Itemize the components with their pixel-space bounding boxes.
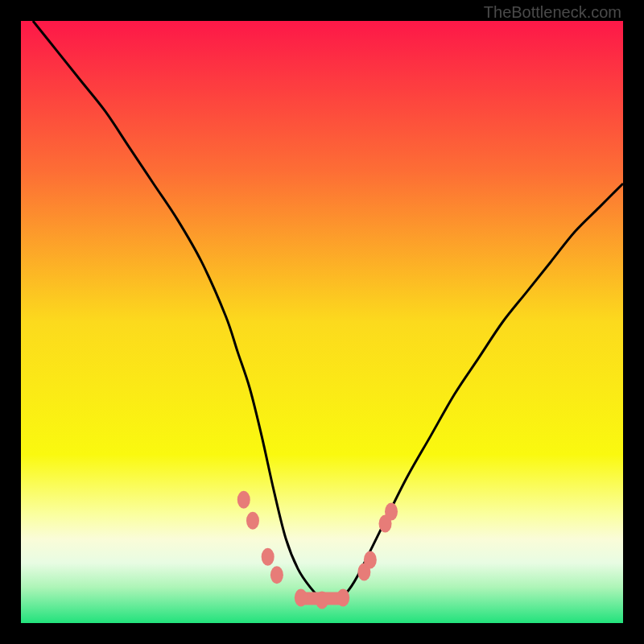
svg-rect-0: [21, 21, 623, 623]
chart-container: TheBottleneck.com: [0, 0, 644, 644]
watermark-label: TheBottleneck.com: [484, 3, 621, 22]
plot-area: [21, 21, 623, 623]
background-gradient: [21, 21, 623, 623]
